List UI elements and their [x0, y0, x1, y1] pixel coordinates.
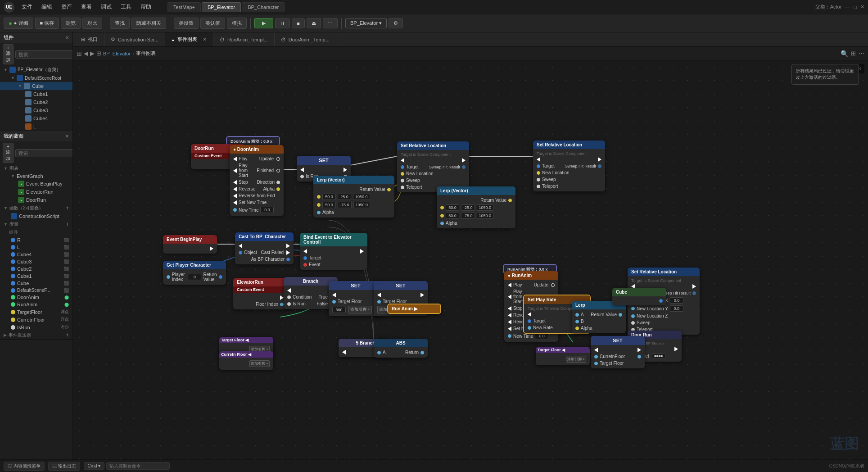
window-maximize[interactable]: □ [854, 5, 857, 10]
menu-edit[interactable]: 编辑 [38, 2, 56, 12]
target-value[interactable]: ■■■■ [652, 353, 665, 359]
add-component-button[interactable]: + 添加 [3, 44, 14, 64]
var-is-run[interactable]: IsRun 布尔 [0, 323, 72, 331]
teleport-pin[interactable] [401, 186, 404, 189]
target-pin[interactable] [537, 164, 540, 168]
menu-debug[interactable]: 调试 [97, 2, 115, 12]
canvas-search-button[interactable]: 🔍 [841, 50, 848, 57]
tab-construction[interactable]: ⚙ Construction Scr... [104, 32, 165, 46]
tree-item-l[interactable]: L [0, 123, 72, 131]
exec-out[interactable] [674, 347, 678, 351]
alpha-pin[interactable] [440, 222, 444, 225]
exec-in-pin[interactable] [508, 327, 511, 331]
sweep-pin[interactable] [401, 179, 404, 182]
close-components-button[interactable]: ✕ [65, 35, 69, 40]
exec-out[interactable] [462, 158, 466, 163]
construction-script-item[interactable]: ConstructionScript [0, 212, 72, 220]
elevator-run-event-node[interactable]: ElevatorRun Custom Event Floor Index [233, 278, 287, 309]
floor-pin[interactable] [377, 300, 381, 304]
as-bp-char-pin[interactable] [286, 258, 290, 261]
result-pin[interactable] [598, 164, 601, 168]
b-pin[interactable] [575, 320, 579, 323]
floor-out-pin[interactable] [637, 355, 641, 359]
exec-in-pin[interactable] [508, 313, 511, 318]
menu-tools[interactable]: 工具 [117, 2, 135, 12]
loc-pin[interactable] [401, 172, 404, 176]
exec-out[interactable] [598, 157, 601, 162]
set-relative-location-1[interactable]: Set Relative Location Target is Scene Co… [397, 141, 469, 192]
event-graph-item[interactable]: ▼ EventGraph [0, 172, 72, 180]
new-time-pin[interactable] [508, 334, 511, 338]
z2[interactable]: 1050.0 [477, 213, 494, 219]
blueprint-canvas[interactable]: DoorAnim 移动：0.0 x 0.0% DoorRun Custom Ev… [73, 60, 868, 472]
result-pin[interactable] [462, 165, 466, 169]
tree-item-cube[interactable]: ▼ Cube [0, 82, 72, 90]
exec-out[interactable] [360, 249, 364, 254]
var-cube1[interactable]: Cube1 ⬛ [0, 272, 72, 280]
var-door-anim[interactable]: DoorAnim ⬤ [0, 294, 72, 301]
z1[interactable]: 1050.0 [353, 194, 370, 200]
var-default-scene[interactable]: DefaultSceneF... ⬛ [0, 287, 72, 294]
options-button[interactable]: ⋯ [323, 18, 338, 28]
floor-pin[interactable] [280, 303, 284, 306]
exec-out[interactable] [280, 295, 284, 300]
index-value[interactable]: 0 [188, 274, 201, 280]
a-pin[interactable] [440, 206, 444, 209]
event-pin[interactable] [303, 263, 307, 267]
loc-y-pin[interactable] [631, 307, 635, 310]
tab-door-anim[interactable]: ⏱ DoorAnim_Temp... [275, 32, 336, 46]
exec-out[interactable] [637, 348, 641, 352]
alpha-pin[interactable] [575, 327, 579, 330]
exec-out[interactable] [420, 293, 424, 297]
condition-pin[interactable] [287, 295, 291, 299]
var-cube3[interactable]: Cube3 ⬛ [0, 258, 72, 265]
title-tab-testmap[interactable]: TestMap+ [167, 2, 201, 12]
exec-in-pin[interactable] [508, 306, 511, 311]
var-cube2[interactable]: Cube2 ⬛ [0, 265, 72, 272]
var-r[interactable]: R ⬛ [0, 236, 72, 244]
target-pin[interactable] [528, 319, 531, 323]
graphs-section-header[interactable]: ▼ 图表 [0, 164, 72, 172]
diff-button[interactable]: 对比 [82, 18, 102, 29]
add-ref-button[interactable]: 添加引脚 + [348, 306, 372, 313]
index-pin[interactable] [167, 275, 170, 279]
target-pin[interactable] [401, 165, 404, 169]
result-pin[interactable] [692, 291, 696, 295]
a-pin[interactable] [575, 313, 579, 317]
vars-section-header[interactable]: ▼ 变量 + [0, 220, 72, 228]
exec-in[interactable] [377, 293, 381, 297]
sweep-pin[interactable] [537, 178, 540, 182]
my-blueprint-search-input[interactable] [15, 149, 73, 157]
simulate-button[interactable]: 模拟 [227, 18, 247, 29]
tab-run-anim[interactable]: ⏱ RunAnim_Templ... [213, 32, 275, 46]
out-pin[interactable] [420, 351, 424, 354]
functions-header[interactable]: ▼ 函数（2可重叠） + [0, 204, 72, 212]
exec-in-pin[interactable] [233, 157, 237, 161]
save-button[interactable]: ■ 保存 [35, 18, 59, 29]
exec-in-pin[interactable] [508, 283, 511, 287]
cmd-dropdown-button[interactable]: Cmd ▾ [84, 462, 105, 470]
y2[interactable]: -75.0 [338, 202, 352, 208]
loc-z-pin[interactable] [631, 314, 635, 318]
tree-item-cube4[interactable]: Cube4 [0, 114, 72, 123]
browse-button[interactable]: 浏览 [61, 18, 81, 29]
event-dispatchers-header[interactable]: ▶ 事件发送器 + [0, 331, 72, 339]
in-pin[interactable] [377, 351, 381, 354]
y1[interactable]: 25.0 [338, 194, 351, 200]
exec-out[interactable] [692, 284, 696, 289]
play-button[interactable]: ▶ [254, 18, 273, 28]
direction-pin[interactable] [276, 181, 280, 184]
bind-event-node[interactable]: Bind Event to Elevator Controll Target [300, 233, 367, 270]
exec-in-pin[interactable] [233, 194, 237, 198]
tree-item-bp-elevator[interactable]: ▼ BP_Elevator（自我） [0, 66, 72, 74]
door-run-item[interactable]: ⬥ DoorRun [0, 196, 72, 204]
floor2-pin[interactable] [594, 362, 598, 365]
exec-in-pin[interactable] [233, 180, 237, 185]
nav-next-button[interactable]: ▶ [90, 50, 95, 57]
cube-ref-node[interactable]: Cube [612, 288, 666, 305]
is-run-pin[interactable] [287, 302, 291, 306]
abs-node[interactable]: ABS A Return [374, 339, 428, 358]
elevator-run-item[interactable]: ⬥ ElevatorRun [0, 188, 72, 196]
exec-in[interactable] [303, 249, 307, 254]
menu-help[interactable]: 帮助 [137, 2, 155, 12]
